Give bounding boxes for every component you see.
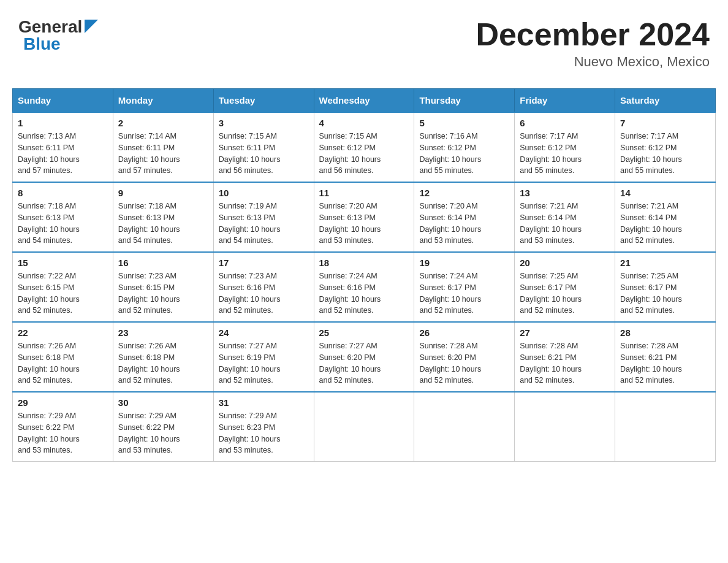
week-row-3: 15Sunrise: 7:22 AMSunset: 6:15 PMDayligh… <box>13 252 716 322</box>
day-cell-30: 30Sunrise: 7:29 AMSunset: 6:22 PMDayligh… <box>113 392 213 462</box>
svg-marker-0 <box>85 20 98 33</box>
day-cell-12: 12Sunrise: 7:20 AMSunset: 6:14 PMDayligh… <box>414 182 515 252</box>
day-info: Sunrise: 7:26 AMSunset: 6:18 PMDaylight:… <box>18 340 108 386</box>
logo-blue-text: Blue <box>23 36 61 53</box>
day-info: Sunrise: 7:17 AMSunset: 6:12 PMDaylight:… <box>520 131 610 177</box>
day-info: Sunrise: 7:23 AMSunset: 6:16 PMDaylight:… <box>219 270 309 316</box>
day-cell-10: 10Sunrise: 7:19 AMSunset: 6:13 PMDayligh… <box>213 182 314 252</box>
page-header: General Blue December 2024 Nuevo Mexico,… <box>12 12 716 76</box>
month-title: December 2024 <box>476 18 710 50</box>
day-number: 14 <box>620 188 710 198</box>
week-row-1: 1Sunrise: 7:13 AMSunset: 6:11 PMDaylight… <box>13 112 716 182</box>
day-cell-27: 27Sunrise: 7:28 AMSunset: 6:21 PMDayligh… <box>515 322 615 392</box>
day-cell-2: 2Sunrise: 7:14 AMSunset: 6:11 PMDaylight… <box>113 112 213 182</box>
day-info: Sunrise: 7:21 AMSunset: 6:14 PMDaylight:… <box>520 201 610 247</box>
day-cell-16: 16Sunrise: 7:23 AMSunset: 6:15 PMDayligh… <box>113 252 213 322</box>
day-cell-20: 20Sunrise: 7:25 AMSunset: 6:17 PMDayligh… <box>515 252 615 322</box>
location: Nuevo Mexico, Mexico <box>476 54 710 70</box>
day-number: 9 <box>118 188 208 198</box>
day-info: Sunrise: 7:18 AMSunset: 6:13 PMDaylight:… <box>118 201 208 247</box>
empty-cell <box>515 392 615 462</box>
day-info: Sunrise: 7:20 AMSunset: 6:14 PMDaylight:… <box>419 201 509 247</box>
title-area: December 2024 Nuevo Mexico, Mexico <box>476 18 710 70</box>
weekday-header-thursday: Thursday <box>414 89 515 113</box>
day-info: Sunrise: 7:29 AMSunset: 6:22 PMDaylight:… <box>118 410 208 456</box>
day-number: 4 <box>319 118 409 128</box>
day-info: Sunrise: 7:28 AMSunset: 6:21 PMDaylight:… <box>620 340 710 386</box>
week-row-5: 29Sunrise: 7:29 AMSunset: 6:22 PMDayligh… <box>13 392 716 462</box>
weekday-header-saturday: Saturday <box>615 89 716 113</box>
week-row-2: 8Sunrise: 7:18 AMSunset: 6:13 PMDaylight… <box>13 182 716 252</box>
day-cell-11: 11Sunrise: 7:20 AMSunset: 6:13 PMDayligh… <box>314 182 414 252</box>
day-info: Sunrise: 7:15 AMSunset: 6:12 PMDaylight:… <box>319 131 409 177</box>
day-number: 5 <box>419 118 509 128</box>
weekday-header-sunday: Sunday <box>13 89 113 113</box>
calendar-header-row: SundayMondayTuesdayWednesdayThursdayFrid… <box>13 89 716 113</box>
day-cell-28: 28Sunrise: 7:28 AMSunset: 6:21 PMDayligh… <box>615 322 716 392</box>
day-info: Sunrise: 7:29 AMSunset: 6:23 PMDaylight:… <box>219 410 309 456</box>
day-cell-5: 5Sunrise: 7:16 AMSunset: 6:12 PMDaylight… <box>414 112 515 182</box>
day-cell-7: 7Sunrise: 7:17 AMSunset: 6:12 PMDaylight… <box>615 112 716 182</box>
day-info: Sunrise: 7:17 AMSunset: 6:12 PMDaylight:… <box>620 131 710 177</box>
day-cell-15: 15Sunrise: 7:22 AMSunset: 6:15 PMDayligh… <box>13 252 113 322</box>
day-info: Sunrise: 7:16 AMSunset: 6:12 PMDaylight:… <box>419 131 509 177</box>
day-number: 28 <box>620 327 710 338</box>
day-info: Sunrise: 7:29 AMSunset: 6:22 PMDaylight:… <box>18 410 108 456</box>
weekday-header-monday: Monday <box>113 89 213 113</box>
day-cell-31: 31Sunrise: 7:29 AMSunset: 6:23 PMDayligh… <box>213 392 314 462</box>
weekday-header-friday: Friday <box>515 89 615 113</box>
day-number: 18 <box>319 258 409 268</box>
day-number: 6 <box>520 118 610 128</box>
day-info: Sunrise: 7:19 AMSunset: 6:13 PMDaylight:… <box>219 201 309 247</box>
day-number: 19 <box>419 258 509 268</box>
day-number: 26 <box>419 327 509 338</box>
empty-cell <box>314 392 414 462</box>
day-number: 15 <box>18 258 108 268</box>
day-number: 10 <box>219 188 309 198</box>
day-number: 29 <box>18 397 108 408</box>
day-number: 20 <box>520 258 610 268</box>
day-number: 11 <box>319 188 409 198</box>
day-number: 23 <box>118 327 208 338</box>
day-cell-24: 24Sunrise: 7:27 AMSunset: 6:19 PMDayligh… <box>213 322 314 392</box>
week-row-4: 22Sunrise: 7:26 AMSunset: 6:18 PMDayligh… <box>13 322 716 392</box>
day-info: Sunrise: 7:24 AMSunset: 6:16 PMDaylight:… <box>319 270 409 316</box>
day-info: Sunrise: 7:14 AMSunset: 6:11 PMDaylight:… <box>118 131 208 177</box>
day-info: Sunrise: 7:24 AMSunset: 6:17 PMDaylight:… <box>419 270 509 316</box>
day-cell-4: 4Sunrise: 7:15 AMSunset: 6:12 PMDaylight… <box>314 112 414 182</box>
day-number: 2 <box>118 118 208 128</box>
day-number: 25 <box>319 327 409 338</box>
day-number: 3 <box>219 118 309 128</box>
day-cell-22: 22Sunrise: 7:26 AMSunset: 6:18 PMDayligh… <box>13 322 113 392</box>
day-cell-23: 23Sunrise: 7:26 AMSunset: 6:18 PMDayligh… <box>113 322 213 392</box>
day-number: 27 <box>520 327 610 338</box>
day-info: Sunrise: 7:23 AMSunset: 6:15 PMDaylight:… <box>118 270 208 316</box>
day-cell-9: 9Sunrise: 7:18 AMSunset: 6:13 PMDaylight… <box>113 182 213 252</box>
day-info: Sunrise: 7:27 AMSunset: 6:19 PMDaylight:… <box>219 340 309 386</box>
day-cell-18: 18Sunrise: 7:24 AMSunset: 6:16 PMDayligh… <box>314 252 414 322</box>
weekday-header-tuesday: Tuesday <box>213 89 314 113</box>
empty-cell <box>615 392 716 462</box>
day-number: 24 <box>219 327 309 338</box>
day-cell-26: 26Sunrise: 7:28 AMSunset: 6:20 PMDayligh… <box>414 322 515 392</box>
logo-general-text: General <box>18 18 82 36</box>
day-number: 21 <box>620 258 710 268</box>
calendar-table: SundayMondayTuesdayWednesdayThursdayFrid… <box>12 88 716 462</box>
day-number: 16 <box>118 258 208 268</box>
day-cell-8: 8Sunrise: 7:18 AMSunset: 6:13 PMDaylight… <box>13 182 113 252</box>
day-cell-1: 1Sunrise: 7:13 AMSunset: 6:11 PMDaylight… <box>13 112 113 182</box>
day-info: Sunrise: 7:15 AMSunset: 6:11 PMDaylight:… <box>219 131 309 177</box>
day-number: 7 <box>620 118 710 128</box>
logo: General Blue <box>18 18 98 53</box>
day-cell-21: 21Sunrise: 7:25 AMSunset: 6:17 PMDayligh… <box>615 252 716 322</box>
day-cell-13: 13Sunrise: 7:21 AMSunset: 6:14 PMDayligh… <box>515 182 615 252</box>
weekday-header-wednesday: Wednesday <box>314 89 414 113</box>
day-info: Sunrise: 7:28 AMSunset: 6:21 PMDaylight:… <box>520 340 610 386</box>
day-number: 1 <box>18 118 108 128</box>
day-number: 12 <box>419 188 509 198</box>
day-info: Sunrise: 7:20 AMSunset: 6:13 PMDaylight:… <box>319 201 409 247</box>
day-cell-19: 19Sunrise: 7:24 AMSunset: 6:17 PMDayligh… <box>414 252 515 322</box>
day-info: Sunrise: 7:13 AMSunset: 6:11 PMDaylight:… <box>18 131 108 177</box>
day-info: Sunrise: 7:28 AMSunset: 6:20 PMDaylight:… <box>419 340 509 386</box>
day-number: 17 <box>219 258 309 268</box>
